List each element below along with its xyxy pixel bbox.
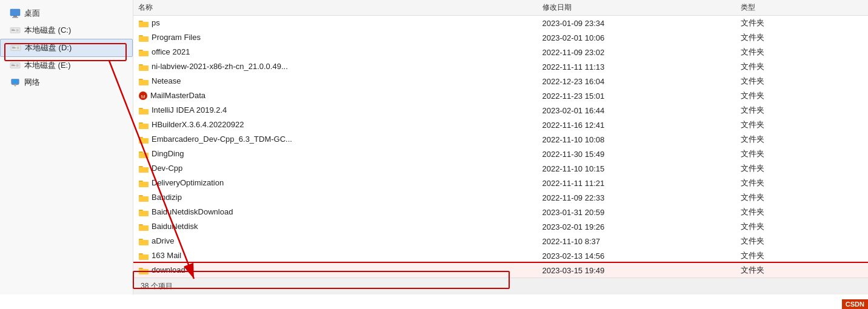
table-row[interactable]: Embarcadero_Dev-Cpp_6.3_TDM-GC...2022-11… — [133, 132, 868, 147]
svg-rect-7 — [12, 29, 15, 30]
file-name-cell: ni-labview-2021-x86-zh-cn_21.0.0.49... — [133, 59, 538, 74]
sidebar-item-drive-c-label: 本地磁盘 (C:) — [24, 25, 71, 36]
table-row[interactable]: BaiduNetdiskDownload2023-01-31 20:59文件夹 — [133, 205, 868, 219]
svg-rect-17 — [12, 64, 15, 65]
file-name-text: office 2021 — [152, 47, 190, 56]
file-type-cell: 文件夹 — [736, 248, 868, 263]
sidebar-item-drive-c[interactable]: 本地磁盘 (C:) — [0, 22, 133, 39]
file-name-cell: office 2021 — [133, 45, 538, 59]
desktop-icon — [10, 8, 21, 19]
file-name-text: HBuilderX.3.6.4.20220922 — [152, 120, 244, 129]
table-row[interactable]: ni-labview-2021-x86-zh-cn_21.0.0.49...20… — [133, 59, 868, 74]
mailmaster-icon: M — [138, 91, 150, 100]
drive-d-icon — [10, 42, 21, 53]
table-row[interactable]: DingDing2022-11-30 15:49文件夹 — [133, 147, 868, 161]
file-name-cell: Dev-Cpp — [133, 161, 538, 176]
sidebar-item-drive-d[interactable]: 本地磁盘 (D:) — [0, 39, 133, 57]
file-name-cell: DingDing — [133, 147, 538, 161]
file-name-cell: DeliveryOptimization — [133, 176, 538, 190]
file-name-text: DingDing — [152, 149, 184, 158]
sidebar-item-desktop[interactable]: 桌面 — [0, 5, 133, 22]
folder-icon — [138, 76, 152, 85]
file-date-cell: 2022-11-09 23:02 — [538, 45, 736, 59]
svg-point-15 — [16, 64, 19, 67]
folder-icon — [138, 33, 152, 42]
table-row[interactable]: DeliveryOptimization2022-11-11 11:21文件夹 — [133, 176, 868, 190]
file-date-cell: 2023-02-13 14:56 — [538, 248, 736, 263]
svg-rect-11 — [12, 47, 16, 48]
table-row[interactable]: HBuilderX.3.6.4.202209222022-11-16 12:41… — [133, 118, 868, 132]
table-row[interactable]: Program Files2023-02-01 10:06文件夹 — [133, 30, 868, 45]
file-type-cell: 文件夹 — [736, 132, 868, 147]
table-row[interactable]: ps2023-01-09 23:34文件夹 — [133, 16, 868, 31]
file-type-cell: 文件夹 — [736, 205, 868, 219]
table-row[interactable]: MMailMasterData2022-11-23 15:01文件夹 — [133, 88, 868, 103]
file-date-cell: 2022-11-09 22:33 — [538, 190, 736, 205]
file-type-cell: 文件夹 — [736, 161, 868, 176]
file-name-text: download — [152, 265, 185, 274]
table-row[interactable]: download2023-03-15 19:49文件夹 — [133, 263, 868, 277]
file-content: 名称 修改日期 类型 ps2023-01-09 23:34文件夹Program … — [133, 0, 868, 294]
file-date-cell: 2022-11-11 11:13 — [538, 59, 736, 74]
file-date-cell: 2022-11-10 10:15 — [538, 161, 736, 176]
status-bar: 38 个项目 — [133, 277, 868, 294]
file-type-cell: 文件夹 — [736, 59, 868, 74]
col-header-name[interactable]: 名称 — [133, 0, 538, 16]
file-name-text: IntelliJ IDEA 2019.2.4 — [152, 105, 227, 115]
svg-rect-2 — [12, 17, 18, 18]
file-type-cell: 文件夹 — [736, 219, 868, 234]
folder-icon — [138, 120, 152, 129]
table-row[interactable]: 163 Mail2023-02-13 14:56文件夹 — [133, 248, 868, 263]
folder-icon — [138, 47, 152, 56]
table-row[interactable]: IntelliJ IDEA 2019.2.42023-02-01 16:44文件… — [133, 103, 868, 118]
svg-rect-16 — [12, 65, 15, 66]
file-name-text: Embarcadero_Dev-Cpp_6.3_TDM-GC... — [152, 135, 292, 144]
file-name-text: BaiduNetdisk — [152, 222, 198, 231]
folder-icon — [138, 178, 152, 187]
file-date-cell: 2022-11-23 15:01 — [538, 88, 736, 103]
file-date-cell: 2023-03-15 19:49 — [538, 263, 736, 277]
svg-text:M: M — [141, 94, 145, 99]
file-date-cell: 2023-02-01 19:26 — [538, 219, 736, 234]
file-date-cell: 2022-11-11 11:21 — [538, 176, 736, 190]
file-name-text: ps — [152, 18, 160, 27]
file-date-cell: 2022-12-23 16:04 — [538, 74, 736, 88]
table-row[interactable]: BaiduNetdisk2023-02-01 19:26文件夹 — [133, 219, 868, 234]
col-header-type[interactable]: 类型 — [736, 0, 868, 16]
table-row[interactable]: aDrive2022-11-10 8:37文件夹 — [133, 234, 868, 248]
file-name-cell: 163 Mail — [133, 248, 538, 263]
file-type-cell: 文件夹 — [736, 103, 868, 118]
file-date-cell: 2022-11-30 15:49 — [538, 147, 736, 161]
sidebar-item-network[interactable]: 🌐 网络 — [0, 74, 133, 91]
folder-icon — [138, 193, 152, 202]
file-name-cell: MMailMasterData — [133, 88, 538, 103]
file-name-cell: IntelliJ IDEA 2019.2.4 — [133, 103, 538, 118]
folder-icon — [138, 265, 152, 274]
folder-icon — [138, 222, 152, 231]
sidebar-item-drive-e[interactable]: 本地磁盘 (E:) — [0, 57, 133, 74]
col-header-date[interactable]: 修改日期 — [538, 0, 736, 16]
table-row[interactable]: Dev-Cpp2022-11-10 10:15文件夹 — [133, 161, 868, 176]
svg-rect-12 — [12, 47, 15, 47]
file-name-cell: aDrive — [133, 234, 538, 248]
file-name-text: aDrive — [152, 236, 175, 245]
file-name-cell: ps — [133, 16, 538, 31]
status-count: 38 个项目 — [141, 281, 173, 291]
file-type-cell: 文件夹 — [736, 118, 868, 132]
table-row[interactable]: office 20212022-11-09 23:02文件夹 — [133, 45, 868, 59]
file-name-text: ni-labview-2021-x86-zh-cn_21.0.0.49... — [152, 62, 288, 71]
file-type-cell: 文件夹 — [736, 147, 868, 161]
sidebar: 桌面 本地磁盘 (C:) — [0, 0, 133, 294]
table-row[interactable]: Netease2022-12-23 16:04文件夹 — [133, 74, 868, 88]
folder-icon — [138, 18, 152, 27]
file-date-cell: 2023-01-09 23:34 — [538, 16, 736, 31]
file-type-cell: 文件夹 — [736, 234, 868, 248]
folder-icon — [138, 251, 152, 260]
file-date-cell: 2022-11-10 10:08 — [538, 132, 736, 147]
file-name-text: Netease — [152, 76, 181, 85]
table-row[interactable]: Bandizip2022-11-09 22:33文件夹 — [133, 190, 868, 205]
file-list[interactable]: 名称 修改日期 类型 ps2023-01-09 23:34文件夹Program … — [133, 0, 868, 277]
file-name-cell: Bandizip — [133, 190, 538, 205]
file-date-cell: 2022-11-10 8:37 — [538, 234, 736, 248]
folder-icon — [138, 135, 152, 144]
